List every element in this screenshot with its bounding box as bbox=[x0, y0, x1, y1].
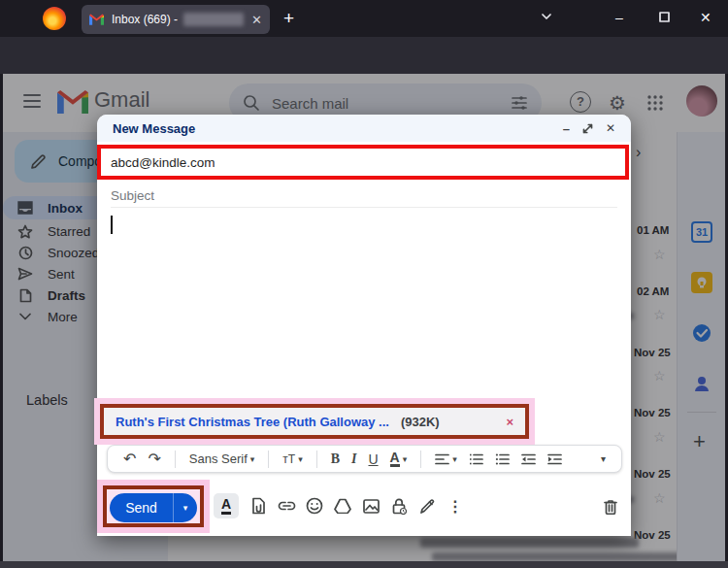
compose-popout-icon[interactable] bbox=[581, 122, 594, 135]
compose-title: New Message bbox=[113, 121, 195, 136]
attachment-annotation-box: Ruth's First Christmas Tree (Ruth Gallow… bbox=[100, 404, 529, 439]
more-formatting-icon[interactable]: ▾ bbox=[592, 453, 612, 464]
insert-link-icon[interactable] bbox=[276, 495, 297, 517]
tab-title-redacted bbox=[183, 13, 244, 26]
firefox-icon[interactable] bbox=[43, 7, 66, 30]
attach-file-icon[interactable] bbox=[248, 495, 269, 517]
indent-less-icon[interactable] bbox=[515, 453, 542, 465]
new-tab-button[interactable]: + bbox=[283, 8, 294, 29]
window-bottom-edge bbox=[0, 561, 728, 568]
window-close-button[interactable]: ✕ bbox=[700, 10, 711, 25]
send-options-arrow-icon[interactable]: ▾ bbox=[174, 503, 197, 513]
tab-close-icon[interactable]: ✕ bbox=[251, 13, 262, 27]
compose-close-icon[interactable]: ✕ bbox=[606, 121, 615, 135]
compose-minimize-icon[interactable]: – bbox=[563, 121, 570, 136]
window-minimize-button[interactable]: – bbox=[615, 10, 623, 25]
window-maximize-button[interactable] bbox=[659, 12, 670, 22]
formatting-options-toggle[interactable]: A bbox=[214, 493, 239, 518]
discard-draft-icon[interactable] bbox=[600, 495, 621, 517]
insert-photo-icon[interactable] bbox=[360, 495, 381, 517]
font-family-selector[interactable]: Sans Serif▾ bbox=[183, 451, 261, 466]
bold-button[interactable]: B bbox=[325, 451, 346, 467]
message-body[interactable] bbox=[107, 212, 619, 396]
gmail-favicon bbox=[89, 14, 104, 25]
text-color-button[interactable]: A▾ bbox=[384, 451, 414, 467]
redo-icon[interactable]: ↷ bbox=[142, 450, 166, 468]
page-content: Gmail Search mail ? ⚙ bbox=[3, 74, 725, 561]
browser-tab-bar: Inbox (669) - ✕ + – ✕ bbox=[0, 0, 728, 37]
send-annotation-box: Send ▾ bbox=[103, 485, 204, 527]
subject-field[interactable]: Subject bbox=[111, 184, 617, 208]
list-tabs-chevron-icon[interactable] bbox=[540, 10, 553, 23]
bulleted-list-icon[interactable] bbox=[489, 453, 515, 465]
underline-button[interactable]: U bbox=[362, 451, 383, 467]
insert-emoji-icon[interactable] bbox=[304, 495, 325, 517]
browser-window: Inbox (669) - ✕ + – ✕ ← → ↻ bbox=[0, 0, 728, 568]
attachment-chip[interactable]: Ruth's First Christmas Tree (Ruth Gallow… bbox=[116, 415, 389, 429]
browser-nav-bar: ← → ↻ https://mail.google.com/mail/u/0/#… bbox=[0, 37, 728, 74]
to-recipient-input[interactable]: abcd@kindle.com bbox=[111, 155, 215, 170]
align-button[interactable]: ▾ bbox=[429, 453, 463, 465]
remove-attachment-icon[interactable]: × bbox=[506, 415, 513, 429]
send-button[interactable]: Send ▾ bbox=[110, 493, 197, 522]
text-caret bbox=[111, 216, 113, 234]
attachment-size: (932K) bbox=[401, 415, 440, 429]
undo-icon[interactable]: ↶ bbox=[117, 450, 142, 468]
font-size-selector[interactable]: тT▾ bbox=[277, 452, 308, 466]
numbered-list-icon[interactable] bbox=[463, 453, 489, 465]
browser-tab[interactable]: Inbox (669) - ✕ bbox=[82, 5, 270, 34]
to-field-annotation-box: abcd@kindle.com bbox=[97, 145, 629, 180]
more-options-icon[interactable]: ⋮ bbox=[445, 495, 466, 517]
tab-title: Inbox (669) - bbox=[112, 13, 178, 26]
compose-window: New Message – ✕ abcd@kindle.com Subject bbox=[97, 115, 631, 536]
confidential-mode-icon[interactable] bbox=[388, 495, 410, 517]
italic-button[interactable]: I bbox=[346, 451, 362, 467]
indent-more-icon[interactable] bbox=[542, 453, 568, 465]
insert-signature-icon[interactable] bbox=[416, 495, 438, 517]
compose-header[interactable]: New Message – ✕ bbox=[97, 115, 631, 142]
drive-icon[interactable] bbox=[332, 495, 353, 517]
subject-placeholder: Subject bbox=[111, 188, 154, 203]
formatting-toolbar: ↶ ↷ Sans Serif▾ тT▾ B I U A▾ ▾ bbox=[107, 445, 622, 473]
